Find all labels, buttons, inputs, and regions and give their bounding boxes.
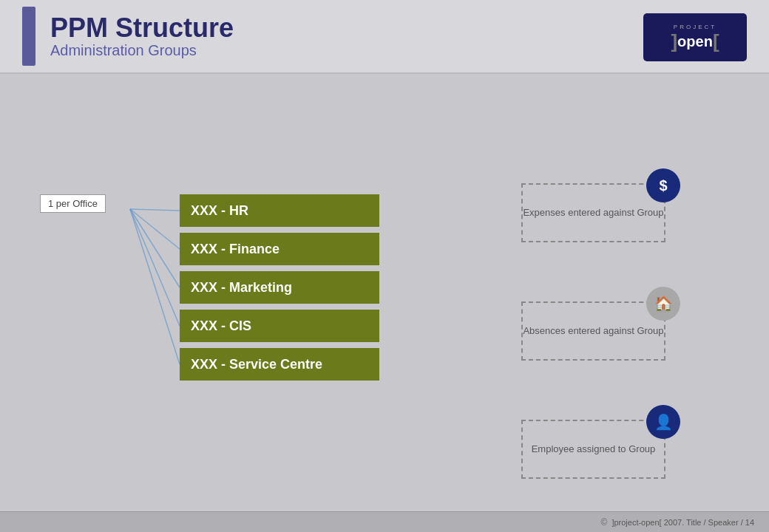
page-title: PPM Structure	[50, 13, 234, 43]
svg-line-4	[130, 209, 180, 364]
group-item-finance: XXX - Finance	[180, 233, 379, 265]
header-text: PPM Structure Administration Groups	[50, 13, 234, 60]
per-office-label: 1 per Office	[40, 194, 106, 213]
logo-brand: ] open [	[671, 32, 719, 51]
groups-list: XXX - HR XXX - Finance XXX - Marketing X…	[180, 194, 379, 386]
absences-card-wrapper: 🏠 Absences entered against Group	[521, 301, 665, 361]
svg-line-2	[130, 209, 180, 287]
group-item-marketing: XXX - Marketing	[180, 271, 379, 304]
footer: © ]project-open[ 2007. Title / Speaker /…	[0, 511, 769, 532]
logo-bracket-left: ]	[671, 32, 677, 51]
logo-bracket-right: [	[713, 32, 719, 51]
header: PPM Structure Administration Groups PROJ…	[0, 0, 769, 74]
svg-line-3	[130, 209, 180, 326]
employee-card: Employee assigned to Group	[521, 420, 665, 479]
group-item-hr: XXX - HR	[180, 194, 379, 227]
expenses-card-wrapper: $ Expenses entered against Group	[521, 183, 665, 242]
employee-icon: 👤	[646, 405, 680, 439]
page-subtitle: Administration Groups	[50, 42, 234, 59]
svg-line-1	[130, 209, 180, 249]
logo-open-text: open	[677, 33, 713, 50]
absences-card: Absences entered against Group	[521, 301, 665, 361]
footer-text: ]project-open[ 2007. Title / Speaker / 1…	[612, 518, 754, 527]
group-item-service-centre: XXX - Service Centre	[180, 348, 379, 381]
logo: PROJECT ] open [	[643, 13, 747, 61]
main-content: 1 per Office XXX - HR XXX - Finance XXX …	[0, 74, 769, 532]
expenses-card: Expenses entered against Group	[521, 183, 665, 242]
employee-card-wrapper: 👤 Employee assigned to Group	[521, 420, 665, 479]
svg-line-0	[130, 209, 180, 211]
group-item-cis: XXX - CIS	[180, 310, 379, 342]
logo-project-label: PROJECT	[674, 24, 717, 30]
footer-copyright: ©	[601, 517, 608, 528]
header-accent	[22, 7, 35, 66]
absences-icon: 🏠	[646, 287, 680, 321]
expenses-icon: $	[646, 168, 680, 202]
